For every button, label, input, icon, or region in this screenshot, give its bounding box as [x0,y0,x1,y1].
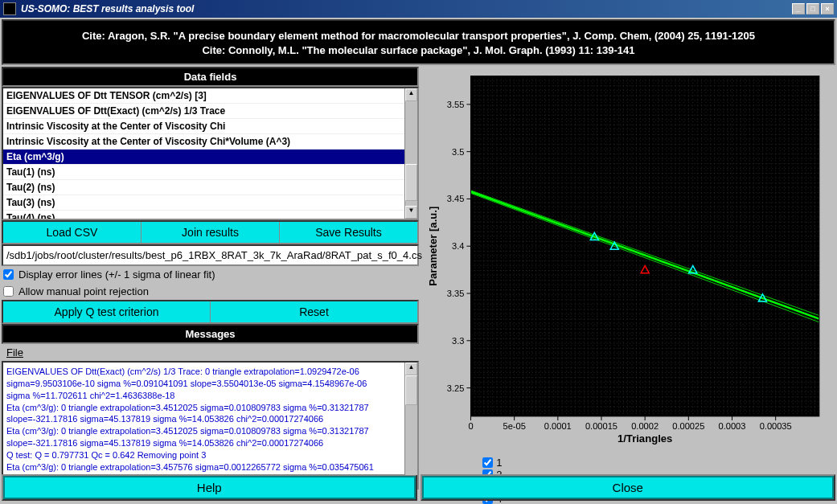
msg-scroll-up-icon[interactable]: ▲ [405,363,417,375]
svg-text:0.0002: 0.0002 [631,421,659,431]
apply-q-button[interactable]: Apply Q test criterion [3,301,211,322]
message-line: Eta (cm^3/g): 0 triangle extrapolation=3… [6,425,401,437]
svg-text:0.00025: 0.00025 [672,421,704,431]
svg-text:0.00035: 0.00035 [760,421,792,431]
message-line: sigma %=11.702611 chi^2=1.4636388e-18 [6,390,401,402]
chart-svg: 05e-050.00010.000150.00020.000250.00030.… [422,67,835,454]
manual-reject-label[interactable]: Allow manual point rejection [18,285,149,297]
scroll-down-icon[interactable]: ▼ [405,206,417,219]
datafields-list[interactable]: EIGENVALUES OF Dtt TENSOR (cm^2/s) [3]EI… [3,88,404,219]
svg-text:3.45: 3.45 [447,194,465,203]
close-button[interactable]: Close [421,474,836,501]
svg-text:1/Triangles: 1/Triangles [617,432,672,445]
minimize-button[interactable]: _ [792,3,805,14]
svg-text:0.0003: 0.0003 [719,421,746,431]
display-error-label[interactable]: Display error lines (+/- 1 sigma of line… [18,268,215,281]
svg-text:5e-05: 5e-05 [503,421,525,431]
display-error-checkbox[interactable] [3,269,14,280]
svg-text:Parameter [a.u.]: Parameter [a.u.] [427,207,439,286]
scroll-thumb[interactable] [405,164,417,201]
manual-reject-checkbox[interactable] [3,286,14,297]
file-menu[interactable]: File [6,346,23,359]
help-button[interactable]: Help [2,474,417,501]
datafield-item[interactable]: EIGENVALUES OF Dtt TENSOR (cm^2/s) [3] [3,88,404,104]
svg-text:3.35: 3.35 [447,289,465,298]
join-results-button[interactable]: Join results [142,222,280,243]
message-line: sigma=9.9503106e-10 sigma %=0.091041091 … [6,378,401,390]
svg-text:0.00015: 0.00015 [585,421,617,431]
citation-2: Cite: Connolly, M.L. "The molecular surf… [11,44,826,56]
datafield-item[interactable]: EIGENVALUES OF Dtt(Exact) (cm^2/s) 1/3 T… [3,104,404,119]
svg-text:3.55: 3.55 [447,100,465,109]
messages-box[interactable]: EIGENVALUES OF Dtt(Exact) (cm^2/s) 1/3 T… [3,363,404,488]
msg-scroll-thumb[interactable] [405,375,417,405]
menubar: File [2,344,419,361]
linear-checkbox-1[interactable] [482,457,493,468]
scroll-up-icon[interactable]: ▲ [405,88,417,101]
datafield-item[interactable]: Intrinsic Viscosity at the Center of Vis… [3,134,404,150]
citation-area: Cite: Aragon, S.R. "A precise boundary e… [2,19,835,65]
linear-option-1[interactable]: 1 [482,457,502,469]
file-path-display: /sdb1/jobs/root/cluster/results/best_p6_… [2,244,419,266]
message-line: EIGENVALUES OF Dtt(Exact) (cm^2/s) 1/3 T… [6,366,401,378]
svg-text:0.0001: 0.0001 [544,421,572,431]
datafield-item[interactable]: Tau(3) (ns) [3,195,404,211]
save-results-button[interactable]: Save Results [280,222,417,243]
messages-scrollbar[interactable]: ▲ ▼ [404,363,417,488]
datafield-item[interactable]: Intrinsic Viscosity at the Center of Vis… [3,119,404,134]
app-icon [3,2,16,15]
message-line: Eta (cm^3/g): 0 triangle extrapolation=3… [6,402,401,414]
reset-button[interactable]: Reset [211,301,417,322]
datafield-item[interactable]: Eta (cm^3/g) [3,150,404,165]
maximize-button[interactable]: □ [806,3,819,14]
messages-header: Messages [2,324,419,344]
datafield-item[interactable]: Tau(2) (ns) [3,180,404,195]
citation-1: Cite: Aragon, S.R. "A precise boundary e… [11,30,826,42]
message-line: Eta (cm^3/g): 0 triangle extrapolation=3… [6,461,401,473]
load-csv-button[interactable]: Load CSV [3,222,142,243]
window-title: US-SOMO: BEST results analysis tool [21,3,194,14]
titlebar: US-SOMO: BEST results analysis tool _ □ … [0,0,837,18]
datafield-item[interactable]: Tau(1) (ns) [3,165,404,180]
chart-area[interactable]: 05e-050.00010.000150.00020.000250.00030.… [422,67,835,454]
message-line: slope=-321.17816 sigma=45.137819 sigma %… [6,437,401,449]
message-line: slope=-321.17816 sigma=45.137819 sigma %… [6,413,401,425]
svg-text:3.3: 3.3 [452,336,464,346]
svg-text:0: 0 [468,421,473,431]
datafield-item[interactable]: Tau(4) (ns) [3,211,404,219]
close-window-button[interactable]: × [821,3,834,14]
message-line: Q test: Q = 0.797731 Qc = 0.642 Removing… [6,449,401,461]
svg-text:3.4: 3.4 [452,241,464,251]
datafields-header: Data fields [2,67,419,87]
svg-text:3.5: 3.5 [452,147,464,157]
svg-text:3.25: 3.25 [447,383,465,393]
datafields-scrollbar[interactable]: ▲ ▼ [404,88,417,219]
